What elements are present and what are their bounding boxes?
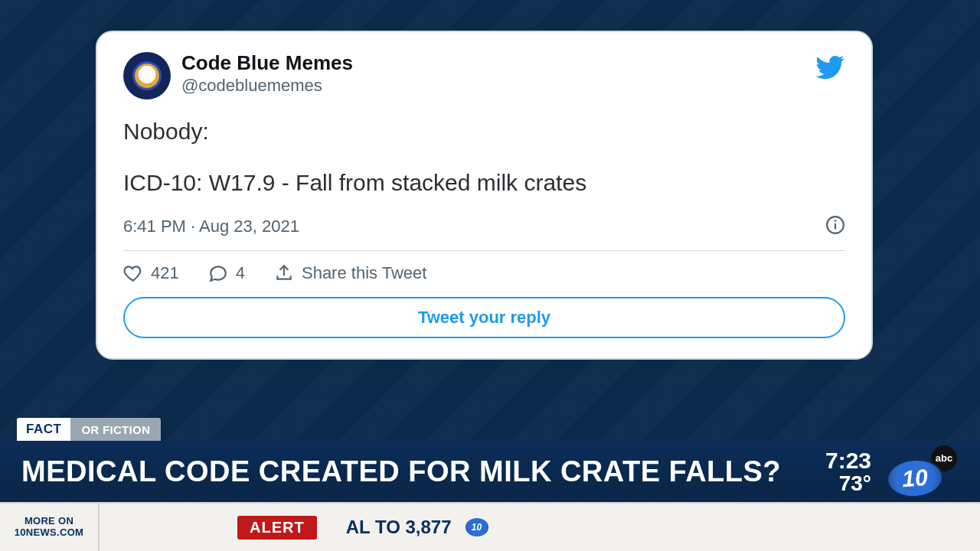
tweet-header: Code Blue Memes @codebluememes bbox=[123, 52, 845, 99]
reply-count-button[interactable]: 4 bbox=[208, 263, 245, 283]
reply-bubble-icon bbox=[208, 263, 228, 283]
tweet-card: Code Blue Memes @codebluememes Nobody: I… bbox=[96, 31, 873, 360]
info-icon[interactable] bbox=[825, 215, 845, 238]
share-button[interactable]: Share this Tweet bbox=[274, 263, 426, 283]
tweet-text-line: Nobody: bbox=[123, 116, 845, 148]
time-temp: 7:23 73° bbox=[825, 448, 871, 495]
temperature: 73° bbox=[825, 472, 871, 494]
chyron-right: 7:23 73° abc 10 bbox=[825, 448, 959, 495]
segment-fact: FACT bbox=[17, 418, 70, 441]
more-on-line1: MORE ON bbox=[24, 516, 74, 527]
tweet-meta: 6:41 PM · Aug 23, 2021 bbox=[123, 215, 845, 238]
avatar[interactable] bbox=[123, 52, 171, 99]
clock: 7:23 bbox=[825, 448, 871, 473]
reply-button-label: Tweet your reply bbox=[418, 308, 550, 328]
like-count: 421 bbox=[151, 263, 179, 283]
tweet-reply-button[interactable]: Tweet your reply bbox=[123, 297, 845, 338]
tweet-actions: 421 4 Share this Tweet bbox=[123, 263, 845, 283]
broadcast-frame: Code Blue Memes @codebluememes Nobody: I… bbox=[0, 0, 980, 551]
headline: MEDICAL CODE CREATED FOR MILK CRATE FALL… bbox=[21, 455, 825, 488]
author-block[interactable]: Code Blue Memes @codebluememes bbox=[181, 52, 815, 96]
share-icon bbox=[274, 263, 294, 283]
like-button[interactable]: 421 bbox=[123, 263, 179, 283]
reply-count: 4 bbox=[236, 263, 245, 283]
segment-or-fiction: OR FICTION bbox=[70, 418, 161, 441]
more-on-block: MORE ON 10NEWS.COM bbox=[0, 504, 100, 551]
tweet-body: Nobody: ICD-10: W17.9 - Fall from stacke… bbox=[123, 116, 845, 198]
svg-point-2 bbox=[835, 220, 837, 222]
tweet-timestamp[interactable]: 6:41 PM · Aug 23, 2021 bbox=[123, 217, 825, 236]
station-logo: abc 10 bbox=[887, 450, 959, 493]
alert-pill: ALERT bbox=[237, 516, 317, 540]
segment-tag: FACT OR FICTION bbox=[17, 418, 161, 441]
ticker-text: AL TO 3,877 bbox=[346, 517, 452, 538]
chyron: MEDICAL CODE CREATED FOR MILK CRATE FALL… bbox=[0, 441, 980, 502]
handle: @codebluememes bbox=[181, 76, 815, 96]
more-on-line2: 10NEWS.COM bbox=[15, 527, 83, 539]
divider bbox=[123, 250, 845, 251]
twitter-bird-icon[interactable] bbox=[815, 52, 845, 86]
ticker-body: ALERT AL TO 3,877 10 bbox=[100, 516, 980, 540]
heart-icon bbox=[123, 263, 143, 283]
display-name: Code Blue Memes bbox=[181, 52, 815, 74]
news-ticker: MORE ON 10NEWS.COM ALERT AL TO 3,877 10 bbox=[0, 502, 980, 551]
share-label: Share this Tweet bbox=[302, 263, 426, 283]
tweet-text-line: ICD-10: W17.9 - Fall from stacked milk c… bbox=[123, 168, 845, 199]
avatar-image bbox=[132, 61, 162, 90]
ticker-mini-logo: 10 bbox=[466, 518, 488, 536]
